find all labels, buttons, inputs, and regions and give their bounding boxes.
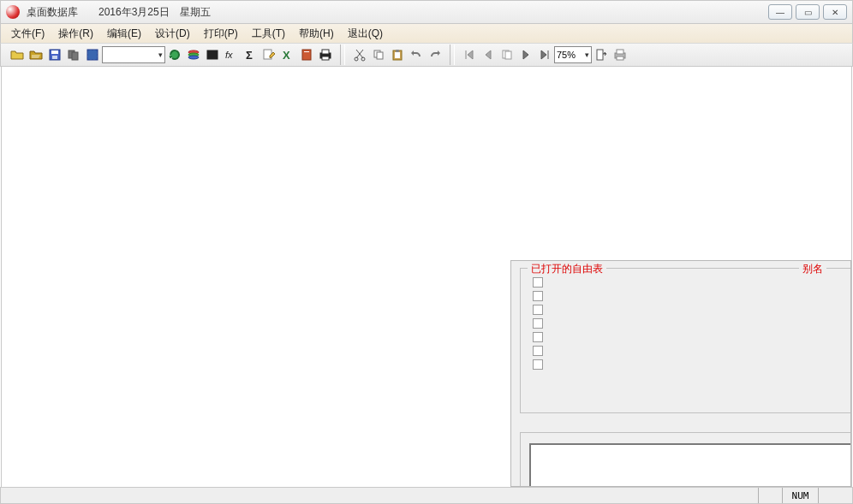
svg-rect-31 xyxy=(395,52,400,58)
table-icon[interactable] xyxy=(83,45,102,64)
table-selector[interactable] xyxy=(102,46,165,63)
table-checkbox[interactable] xyxy=(533,359,543,370)
export-x-icon[interactable]: X xyxy=(278,45,297,64)
refresh-icon[interactable] xyxy=(165,45,184,64)
menubar: 文件(F) 操作(R) 编辑(E) 设计(D) 打印(P) 工具(T) 帮助(H… xyxy=(0,24,853,43)
open-icon[interactable] xyxy=(8,45,27,64)
svg-rect-5 xyxy=(87,50,98,60)
undo-icon[interactable] xyxy=(407,45,426,64)
print2-icon[interactable] xyxy=(611,45,629,64)
app-icon xyxy=(6,5,20,19)
exit-door-icon[interactable] xyxy=(592,45,611,64)
menu-print[interactable]: 打印(P) xyxy=(197,25,245,43)
print-icon[interactable] xyxy=(316,45,335,64)
svg-rect-34 xyxy=(505,51,511,59)
toolbar: fx Σ X 75% xyxy=(0,43,853,67)
status-cell xyxy=(818,488,852,503)
svg-text:fx: fx xyxy=(225,50,233,60)
svg-rect-29 xyxy=(377,52,383,59)
table-checkbox[interactable] xyxy=(533,346,543,356)
menu-tools[interactable]: 工具(T) xyxy=(245,25,292,43)
first-page-icon[interactable] xyxy=(460,45,479,64)
prev-page-icon[interactable] xyxy=(479,45,498,64)
workspace: 已打开的自由表 别名 xyxy=(1,67,852,487)
alias-label: 别名 xyxy=(799,262,826,276)
svg-rect-1 xyxy=(51,50,58,54)
status-numlock: NUM xyxy=(782,488,818,503)
titlebar: 桌面数据库 2016年3月25日 星期五 — ▭ ✕ xyxy=(0,0,853,24)
toolbar-separator xyxy=(340,44,345,65)
table-check-list xyxy=(533,277,543,370)
table-checkbox[interactable] xyxy=(533,305,543,315)
table-checkbox[interactable] xyxy=(533,277,543,288)
side-panel: 已打开的自由表 别名 xyxy=(510,260,851,487)
book-icon[interactable] xyxy=(297,45,316,64)
status-cell xyxy=(758,488,782,503)
table-checkbox[interactable] xyxy=(533,318,543,329)
svg-rect-4 xyxy=(72,52,78,60)
svg-rect-2 xyxy=(52,56,57,59)
lower-fieldset xyxy=(520,432,850,486)
cut-icon[interactable] xyxy=(350,45,369,64)
svg-point-12 xyxy=(188,56,199,59)
svg-rect-21 xyxy=(302,50,311,60)
title-date: 2016年3月25日 xyxy=(98,5,170,20)
svg-rect-38 xyxy=(617,56,623,60)
menu-operate[interactable]: 操作(R) xyxy=(51,25,100,43)
copy-icon[interactable] xyxy=(369,45,388,64)
title-dow: 星期五 xyxy=(180,5,211,20)
text-area[interactable] xyxy=(529,443,850,486)
redo-icon[interactable] xyxy=(426,45,444,64)
svg-rect-37 xyxy=(617,50,623,54)
edit-icon[interactable] xyxy=(259,45,278,64)
toolbar-separator xyxy=(450,44,455,65)
close-button[interactable]: ✕ xyxy=(823,4,847,20)
app-title: 桌面数据库 xyxy=(27,5,78,20)
fx-icon[interactable]: fx xyxy=(222,45,241,64)
minimize-button[interactable]: — xyxy=(768,4,792,20)
maximize-button[interactable]: ▭ xyxy=(796,4,820,20)
svg-rect-22 xyxy=(304,51,309,52)
opened-tables-label: 已打开的自由表 xyxy=(528,262,606,276)
svg-rect-32 xyxy=(396,50,399,52)
statusbar: NUM xyxy=(0,487,853,504)
svg-text:X: X xyxy=(283,49,290,62)
menu-design[interactable]: 设计(D) xyxy=(148,25,197,43)
stack-icon[interactable] xyxy=(184,45,203,64)
opened-tables-fieldset: 已打开的自由表 别名 xyxy=(520,268,850,413)
sigma-icon[interactable]: Σ xyxy=(241,45,259,64)
svg-rect-35 xyxy=(597,50,603,60)
save-icon[interactable] xyxy=(45,45,64,64)
last-page-icon[interactable] xyxy=(535,45,554,64)
menu-help[interactable]: 帮助(H) xyxy=(292,25,341,43)
menu-file[interactable]: 文件(F) xyxy=(4,25,51,43)
zoom-selector[interactable]: 75% xyxy=(554,46,592,63)
svg-rect-24 xyxy=(322,50,329,54)
columns-icon[interactable] xyxy=(203,45,222,64)
table-checkbox[interactable] xyxy=(533,332,543,342)
menu-exit[interactable]: 退出(Q) xyxy=(341,25,390,43)
svg-text:Σ: Σ xyxy=(246,49,253,62)
table-checkbox[interactable] xyxy=(533,291,543,301)
copy-structure-icon[interactable] xyxy=(64,45,83,64)
menu-edit[interactable]: 编辑(E) xyxy=(100,25,148,43)
svg-rect-25 xyxy=(322,56,329,60)
paste-icon[interactable] xyxy=(388,45,407,64)
pages-icon[interactable] xyxy=(498,45,516,64)
next-page-icon[interactable] xyxy=(516,45,535,64)
open-folder-icon[interactable] xyxy=(27,45,45,64)
